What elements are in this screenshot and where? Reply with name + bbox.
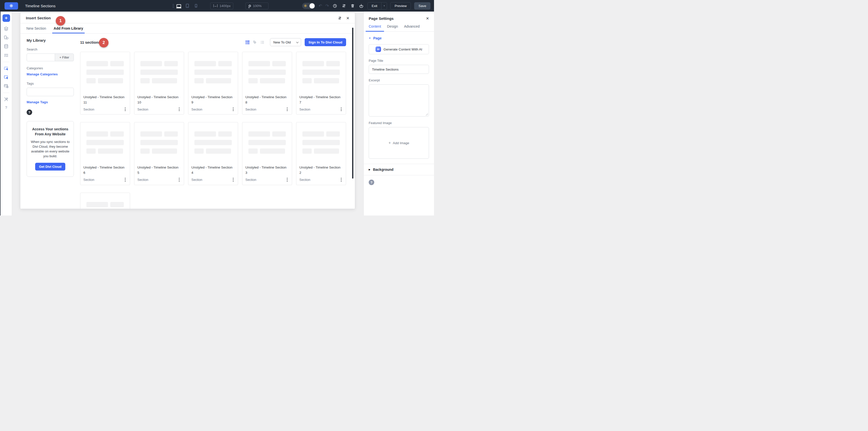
tablet-view-button[interactable] — [184, 2, 191, 9]
more-options-icon[interactable] — [173, 4, 174, 8]
section-type: Section — [299, 178, 310, 182]
ai-icon: AI — [375, 47, 381, 52]
sort-dropdown[interactable]: New To Old — [270, 38, 301, 46]
manage-tags-link[interactable]: Manage Tags — [27, 100, 74, 104]
list-settings-icon[interactable] — [3, 52, 9, 58]
page-templates-icon[interactable] — [3, 35, 9, 40]
section-card[interactable]: Unstyled - Timeline Section 6 Section — [80, 122, 130, 185]
hover-mode-icon[interactable] — [3, 66, 9, 71]
section-card[interactable]: Unstyled - Timeline Section 8 Section — [242, 52, 292, 115]
library-help-icon[interactable]: ? — [27, 110, 32, 115]
redo-icon[interactable]: ↷ — [325, 4, 329, 8]
resize-handle-icon[interactable] — [426, 113, 428, 116]
modal-scrollbar[interactable] — [352, 28, 353, 179]
panel-title: Page Settings — [369, 16, 394, 21]
card-menu-icon[interactable] — [124, 177, 127, 182]
tags-input[interactable] — [27, 88, 74, 96]
add-content-button[interactable]: + — [2, 14, 10, 22]
responsive-width-field[interactable]: ↔ 1400px — [210, 2, 233, 9]
tags-label: Tags — [27, 82, 74, 85]
section-card[interactable]: Unstyled - Timeline Section 4 Section — [188, 122, 238, 185]
page-group-toggle[interactable]: ▼ Page — [369, 36, 429, 40]
rail-help-icon[interactable]: ? — [5, 105, 7, 110]
phone-view-button[interactable] — [193, 2, 199, 9]
section-name: Unstyled - Timeline Section 9 — [191, 95, 235, 105]
section-card[interactable]: Unstyled - Timeline Section 10 Section — [134, 52, 184, 115]
section-card[interactable]: Unstyled - Timeline Section 7 Section — [296, 52, 346, 115]
trash-icon[interactable] — [350, 3, 355, 8]
card-menu-icon[interactable] — [285, 107, 289, 112]
excerpt-textarea[interactable] — [369, 84, 429, 117]
tab-advanced[interactable]: Advanced — [404, 24, 420, 31]
tab-new-section[interactable]: New Section — [26, 23, 46, 33]
section-card[interactable]: Unstyled - Timeline Section 3 Section — [242, 122, 292, 185]
search-input[interactable] — [27, 54, 55, 61]
background-group-toggle[interactable]: ▶ Background — [369, 164, 429, 175]
zoom-level-field[interactable]: 100% — [245, 2, 269, 9]
section-card[interactable]: Unstyled - Timeline Section 9 Section — [188, 52, 238, 115]
filter-button[interactable]: + Filter — [55, 54, 74, 61]
database-icon[interactable] — [3, 43, 9, 49]
builder-settings-button[interactable] — [4, 2, 18, 9]
tools-icon[interactable] — [3, 96, 9, 102]
click-mode-icon[interactable] — [3, 74, 9, 80]
portability-icon[interactable] — [359, 3, 364, 8]
page-group-label: Page — [373, 36, 381, 40]
expand-sort-icon[interactable] — [338, 16, 342, 20]
theme-builder-icon[interactable] — [3, 83, 9, 89]
card-menu-icon[interactable] — [231, 107, 235, 112]
section-card[interactable]: Unstyled - Timeline Section 2 Section — [296, 122, 346, 185]
builder-mode-toggle[interactable] — [302, 3, 315, 9]
preview-button[interactable]: Preview — [390, 2, 411, 9]
card-menu-icon[interactable] — [231, 177, 235, 182]
section-card[interactable]: Unstyled - Timeline Section 5 Section — [134, 122, 184, 185]
thumbnail-skeleton — [242, 122, 292, 164]
card-menu-icon[interactable] — [340, 177, 343, 182]
tab-design[interactable]: Design — [387, 24, 398, 31]
sections-grid: Unstyled - Timeline Section 11 Section U… — [80, 52, 346, 209]
card-menu-icon[interactable] — [340, 107, 343, 112]
panel-close-icon[interactable]: × — [426, 16, 429, 21]
library-heading: My Library — [27, 38, 74, 42]
get-divi-cloud-button[interactable]: Get Divi Cloud — [35, 163, 65, 171]
exit-button-group: Exit ▾ — [367, 2, 387, 9]
card-menu-icon[interactable] — [124, 107, 127, 112]
responsive-width-value: 1400px — [219, 4, 230, 8]
undo-icon[interactable]: ↶ — [318, 4, 322, 8]
manage-categories-link[interactable]: Manage Categories — [27, 72, 74, 76]
page-title: Timeline Sections — [25, 4, 56, 8]
grid-view-icon[interactable] — [246, 40, 249, 44]
add-image-dropzone[interactable]: + Add Image — [369, 127, 429, 159]
generate-content-ai-button[interactable]: AI Generate Content With AI — [369, 44, 429, 54]
card-menu-icon[interactable] — [178, 107, 181, 112]
sort-arrows-icon[interactable] — [341, 3, 347, 8]
section-name: Unstyled - Timeline Section 4 — [191, 165, 235, 176]
desktop-view-button[interactable] — [176, 2, 182, 9]
section-type: Section — [299, 107, 310, 111]
panel-help-icon[interactable]: ? — [369, 180, 374, 185]
sign-in-divi-cloud-button[interactable]: Sign In To Divi Cloud — [305, 38, 346, 46]
thumbnail-skeleton — [134, 52, 184, 94]
section-card[interactable]: Unstyled - Timeline Section 11 Section — [80, 52, 130, 115]
thumbnail-skeleton — [188, 122, 238, 164]
save-button[interactable]: Save — [414, 2, 431, 9]
section-type: Section — [191, 107, 202, 111]
toolbar-right: ↶ ↷ — [302, 2, 431, 9]
card-menu-icon[interactable] — [285, 177, 289, 182]
insert-section-modal: Insert Section × New Section Add From Li… — [20, 12, 355, 209]
section-name: Unstyled - Timeline Section 10 — [137, 95, 181, 105]
card-menu-icon[interactable] — [178, 177, 181, 182]
tab-content[interactable]: Content — [369, 24, 381, 31]
exit-dropdown-caret[interactable]: ▾ — [381, 2, 387, 9]
plus-icon: + — [389, 141, 391, 145]
tag-view-icon[interactable] — [253, 40, 257, 44]
list-view-icon[interactable] — [260, 40, 265, 44]
page-title-input[interactable] — [369, 65, 429, 74]
exit-button[interactable]: Exit — [367, 2, 382, 9]
ai-button-label: Generate Content With AI — [383, 48, 422, 51]
modal-tabs: New Section Add From Library — [20, 23, 355, 34]
section-card[interactable] — [80, 193, 130, 209]
history-icon[interactable] — [332, 3, 338, 8]
layers-icon[interactable] — [3, 26, 9, 31]
modal-close-icon[interactable]: × — [346, 15, 349, 21]
